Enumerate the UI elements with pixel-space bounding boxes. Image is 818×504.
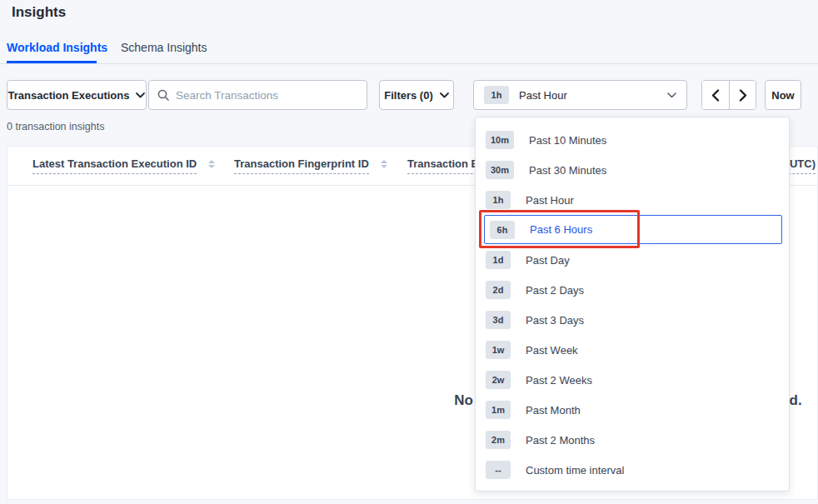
- chevron-down-icon: [440, 92, 449, 98]
- time-option-badge: 6h: [490, 221, 515, 239]
- time-option-badge: 1w: [486, 341, 511, 359]
- time-option-badge: 3d: [486, 311, 511, 329]
- time-option-past-6-hours[interactable]: 6h Past 6 Hours: [484, 215, 782, 244]
- insights-page: Insights Workload Insights Schema Insigh…: [0, 0, 818, 504]
- execution-type-label: Transaction Executions: [8, 89, 130, 102]
- time-option-past-2-weeks[interactable]: 2w Past 2 Weeks: [476, 365, 789, 395]
- search-icon: [157, 89, 169, 101]
- tabs-divider: [0, 63, 818, 64]
- column-header-latest-transaction-execution-id[interactable]: Latest Transaction Execution ID: [32, 157, 215, 174]
- time-interval-badge: 1h: [484, 86, 509, 104]
- tab-schema-insights[interactable]: Schema Insights: [121, 41, 207, 54]
- time-option-past-30-minutes[interactable]: 30m Past 30 Minutes: [476, 155, 789, 185]
- time-option-badge: 2w: [486, 371, 511, 389]
- time-option-past-2-months[interactable]: 2m Past 2 Months: [476, 425, 789, 455]
- chevron-down-icon: [136, 92, 145, 98]
- time-option-past-2-days[interactable]: 2d Past 2 Days: [476, 275, 789, 305]
- time-option-badge: --: [486, 461, 511, 479]
- time-option-past-3-days[interactable]: 3d Past 3 Days: [476, 305, 789, 335]
- time-option-badge: 10m: [486, 131, 514, 149]
- time-option-badge: 1h: [486, 191, 511, 209]
- time-option-past-10-minutes[interactable]: 10m Past 10 Minutes: [476, 125, 789, 155]
- tab-workload-insights[interactable]: Workload Insights: [7, 41, 107, 54]
- time-option-badge: 1d: [486, 251, 511, 269]
- execution-type-select[interactable]: Transaction Executions: [7, 80, 147, 110]
- now-button[interactable]: Now: [765, 80, 801, 110]
- time-option-past-hour[interactable]: 1h Past Hour: [476, 185, 789, 215]
- time-option-badge: 1m: [486, 401, 511, 419]
- time-option-badge: 2m: [486, 431, 511, 449]
- time-option-past-week[interactable]: 1w Past Week: [476, 335, 789, 365]
- time-interval-dropdown: 10m Past 10 Minutes 30m Past 30 Minutes …: [475, 117, 790, 492]
- insights-count: 0 transaction insights: [7, 121, 104, 132]
- next-interval-button[interactable]: [729, 81, 756, 109]
- filters-button[interactable]: Filters (0): [379, 80, 454, 110]
- column-header-transaction-fingerprint-id[interactable]: Transaction Fingerprint ID: [234, 157, 387, 174]
- previous-interval-button[interactable]: [702, 81, 729, 109]
- sort-icon[interactable]: [208, 160, 215, 168]
- chevron-right-icon: [739, 89, 747, 102]
- filters-label: Filters (0): [384, 89, 433, 102]
- chevron-down-icon: [667, 92, 676, 98]
- page-title: Insights: [12, 4, 66, 21]
- time-interval-select[interactable]: 1h Past Hour: [473, 80, 687, 110]
- time-option-past-month[interactable]: 1m Past Month: [476, 395, 789, 425]
- time-option-badge: 2d: [486, 281, 511, 299]
- search-input[interactable]: [176, 89, 358, 102]
- time-nav-group: [701, 80, 756, 110]
- time-option-past-day[interactable]: 1d Past Day: [476, 245, 789, 275]
- time-option-custom-interval[interactable]: -- Custom time interval: [476, 455, 789, 485]
- time-interval-label: Past Hour: [519, 89, 567, 102]
- time-option-badge: 30m: [486, 161, 514, 179]
- chevron-left-icon: [711, 89, 720, 102]
- search-box[interactable]: [148, 80, 367, 110]
- sort-icon[interactable]: [381, 160, 387, 168]
